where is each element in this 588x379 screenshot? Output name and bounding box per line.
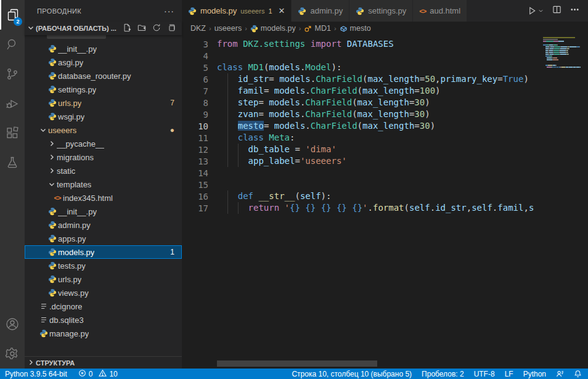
indentation-status[interactable]: Пробелов: 2 [422, 370, 464, 378]
tree-item-tests-py[interactable]: tests.py [25, 259, 182, 272]
tree-item-urls-py[interactable]: urls.py [25, 272, 182, 286]
run-debug-icon[interactable] [0, 89, 25, 118]
line-number[interactable]: 12 [182, 145, 208, 155]
line-number[interactable]: 14 [182, 168, 208, 178]
line-number[interactable]: 6 [182, 75, 208, 84]
settings-icon[interactable] [0, 339, 25, 369]
notifications-bell-icon[interactable] [574, 370, 582, 378]
breadcrumb-item-dkz[interactable]: DKZ [190, 24, 206, 33]
line-number[interactable]: 5 [182, 63, 208, 73]
tree-item-views-py[interactable]: views.py [25, 286, 182, 300]
tree-item-index345-html[interactable]: <>index345.html [25, 191, 182, 205]
tree-item-label: migrations [57, 153, 94, 162]
python-interpreter-status[interactable]: Python 3.9.5 64-bit [5, 370, 67, 378]
workspace-section-header[interactable]: (РАБОЧАЯ ОБЛАСТЬ) ... [25, 22, 182, 35]
new-folder-icon[interactable] [137, 23, 146, 33]
indent-guide [227, 190, 228, 202]
code-line-4[interactable]: 4 [182, 50, 588, 62]
feedback-icon[interactable] [556, 370, 564, 378]
code-line-13[interactable]: 13 app_label='useeers' [182, 155, 588, 167]
tab-settings-py[interactable]: settings.py [349, 0, 413, 22]
account-icon[interactable] [0, 309, 25, 339]
chevron-down-icon [47, 181, 57, 188]
tree-item-settings-py[interactable]: settings.py [25, 83, 182, 96]
line-number[interactable]: 11 [182, 133, 208, 143]
cursor-position-status[interactable]: Строка 10, столбец 10 (выбрано 5) [292, 370, 412, 378]
code-line-3[interactable]: 3from DKZ.settings import DATABASES [182, 38, 588, 50]
code-editor[interactable]: 3from DKZ.settings import DATABASES45cla… [182, 35, 588, 369]
code-line-16[interactable]: 16 def __str__(self): [182, 190, 588, 202]
refresh-icon[interactable] [152, 23, 161, 33]
code-line-7[interactable]: 7 famil= models.CharField(max_length=100… [182, 85, 588, 97]
tree-item-label: wsgi.py [58, 112, 84, 121]
language-mode-status[interactable]: Python [523, 370, 546, 378]
eol-status[interactable]: LF [505, 370, 513, 378]
breadcrumb-item-useeers[interactable]: useeers [214, 24, 242, 33]
line-number[interactable]: 7 [182, 86, 208, 96]
code-line-5[interactable]: 5class MD1(models.Model): [182, 62, 588, 73]
outline-section-header[interactable]: СТРУКТУРА [25, 356, 182, 369]
run-python-file-icon[interactable] [528, 6, 544, 15]
tree-item-useeers[interactable]: useeers● [25, 123, 182, 137]
tree-item-init-py[interactable]: __init__.py [25, 205, 182, 218]
testing-icon[interactable] [0, 148, 25, 177]
line-number[interactable]: 9 [182, 110, 208, 120]
tree-item-label: tests.py [58, 261, 86, 271]
tree-item-urls-py[interactable]: urls.py7 [25, 96, 182, 110]
more-actions-icon[interactable] [570, 5, 579, 17]
minimap[interactable] [543, 35, 584, 68]
tab-aud-html[interactable]: <>aud.html [413, 0, 467, 22]
tree-item-static[interactable]: static [25, 164, 182, 177]
line-number[interactable]: 16 [182, 192, 208, 202]
line-number[interactable]: 15 [182, 180, 208, 190]
tree-item-pycache[interactable]: __pycache__ [25, 137, 182, 150]
python-file-icon [188, 7, 197, 15]
explorer-more-icon[interactable]: ··· [164, 6, 174, 16]
code-line-10[interactable]: 10 mesto= models.CharField(max_length=30… [182, 120, 588, 132]
line-number[interactable]: 17 [182, 203, 208, 213]
horizontal-scrollbar[interactable] [217, 361, 377, 367]
line-number[interactable]: 13 [182, 157, 208, 166]
collapse-folders-icon[interactable] [167, 23, 176, 33]
python-file-icon [38, 329, 49, 338]
tree-item-database-roouter-py[interactable]: database_roouter.py [25, 69, 182, 83]
code-line-6[interactable]: 6 id_str= models.CharField(max_length=50… [182, 73, 588, 85]
tree-item-migrations[interactable]: migrations [25, 150, 182, 164]
problems-status[interactable]: 0 10 [78, 369, 118, 379]
encoding-status[interactable]: UTF-8 [474, 370, 495, 378]
tree-item-asgi-py[interactable]: asgi.py [25, 55, 182, 69]
tree-item-manage-py[interactable]: manage.py [25, 327, 182, 340]
line-number[interactable]: 4 [182, 51, 208, 61]
code-line-14[interactable]: 14 [182, 167, 588, 179]
split-editor-icon[interactable] [552, 5, 561, 17]
line-number[interactable]: 8 [182, 98, 208, 108]
close-tab-icon[interactable]: ✕ [279, 6, 285, 15]
breadcrumb-item-models-py[interactable]: models.py [250, 24, 296, 33]
tree-item-templates[interactable]: templates [25, 177, 182, 191]
code-line-17[interactable]: 17 return '{} {} {} {} {}'.format(self.i… [182, 202, 588, 214]
tree-item-wsgi-py[interactable]: wsgi.py [25, 110, 182, 123]
code-line-9[interactable]: 9 zvan= models.CharField(max_length=30) [182, 108, 588, 120]
new-file-icon[interactable] [123, 23, 131, 33]
code-line-11[interactable]: 11 class Meta: [182, 132, 588, 144]
tab-admin-py[interactable]: admin.py [292, 0, 349, 22]
line-number[interactable]: 10 [182, 121, 208, 131]
source-control-icon[interactable] [0, 59, 25, 89]
breadcrumb-item-mesto[interactable]: mesto [340, 24, 371, 33]
extensions-icon[interactable] [0, 118, 25, 148]
search-icon[interactable] [0, 30, 25, 59]
line-number[interactable]: 3 [182, 39, 208, 49]
tree-item-init-py[interactable]: __init__.py [25, 42, 182, 55]
breadcrumb-item-md1[interactable]: MD1 [304, 24, 330, 33]
explorer-icon[interactable]: 2 [0, 0, 25, 30]
tree-item-partial[interactable] [25, 35, 182, 42]
tree-item-dcignore[interactable]: .dcignore [25, 300, 182, 313]
tree-item-apps-py[interactable]: apps.py [25, 232, 182, 245]
code-line-8[interactable]: 8 step= models.CharField(max_length=30) [182, 97, 588, 108]
code-line-15[interactable]: 15 [182, 179, 588, 190]
tree-item-admin-py[interactable]: admin.py [25, 218, 182, 232]
code-line-12[interactable]: 12 db_table = 'dima' [182, 144, 588, 155]
tree-item-db-sqlite3[interactable]: db.sqlite3 [25, 313, 182, 327]
tab-models-py[interactable]: models.pyuseeers1✕ [182, 0, 292, 22]
tree-item-models-py[interactable]: models.py1 [25, 245, 182, 259]
